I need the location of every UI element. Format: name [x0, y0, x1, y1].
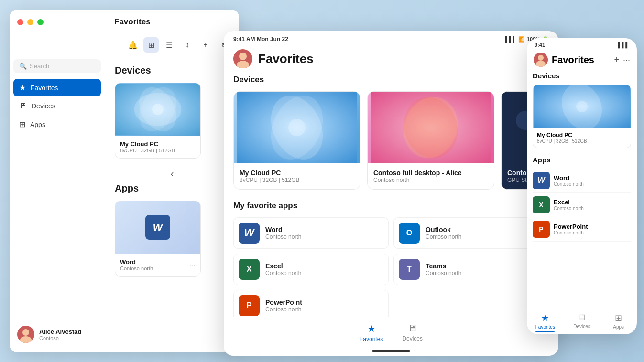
- phone-window: 9:41 ▌▌▌ Favorites + ··· Devices: [527, 38, 637, 334]
- tablet-app-ppt[interactable]: P PowerPoint Contoso north: [233, 290, 389, 317]
- more-options-icon[interactable]: ···: [190, 261, 196, 269]
- apps-nav-label: Apps: [30, 121, 45, 128]
- svg-point-8: [152, 104, 164, 115]
- phone-favorites-label: Favorites: [535, 324, 555, 330]
- word-app-sub: Contoso north: [265, 234, 301, 240]
- devices-grid: My Cloud PC 8vCPU | 32GB | 512GB: [115, 83, 229, 159]
- app-card-info: Word Contoso north ···: [115, 254, 200, 276]
- tablet-avatar: [233, 49, 252, 68]
- phone-page-title: Favorites: [552, 54, 594, 65]
- phone-header-left: Favorites: [534, 53, 594, 67]
- phone-excel-name: Excel: [554, 199, 584, 206]
- outlook-app-name: Outlook: [426, 226, 461, 234]
- phone-status-bar: 9:41 ▌▌▌: [527, 38, 637, 50]
- signal-icon: ▌▌▌: [505, 36, 516, 42]
- phone-time: 9:41: [535, 42, 545, 48]
- sidebar: 🔍 Search ★ Favorites 🖥 Devices ⊞ Apps: [10, 55, 105, 352]
- tablet-app-excel[interactable]: X Excel Contoso north: [233, 254, 389, 285]
- tablet-device-card-contoso[interactable]: Contoso full desktop - Alice Contoso nor…: [367, 91, 494, 190]
- phone-nav-devices[interactable]: 🖥 Devices: [564, 313, 600, 332]
- sidebar-item-favorites[interactable]: ★ Favorites: [13, 79, 101, 96]
- excel-icon: X: [239, 259, 260, 280]
- word-icon: W: [239, 223, 260, 244]
- tablet-page-title: Favorites: [258, 52, 314, 66]
- excel-app-name: Excel: [265, 262, 301, 270]
- window-title: Favorites: [114, 17, 151, 27]
- tablet-content: Devices: [224, 75, 558, 317]
- phone-ppt-sub: Contoso north: [554, 230, 588, 235]
- tablet-time: 9:41 AM Mon Jun 22: [233, 36, 288, 43]
- phone-apps-title: Apps: [533, 156, 631, 164]
- phone-excel-icon: X: [533, 196, 550, 213]
- search-icon: 🔍: [19, 63, 27, 70]
- phone-more-icon[interactable]: ···: [623, 55, 630, 65]
- tablet-apps-list: W Word Contoso north O Outlook Contoso n…: [233, 217, 549, 317]
- phone-device-specs: 8vCPU | 32GB | 512GB: [537, 138, 627, 144]
- tablet-header: Favorites: [224, 45, 558, 75]
- devices-nav-icon: 🖥: [19, 102, 27, 110]
- svg-point-22: [538, 55, 544, 61]
- phone-ppt-icon: P: [533, 221, 550, 238]
- desktop-window: Favorites 🔔 ⊞ ☰ ↕ + ↻ 🔍 Search ★ Favorit…: [10, 10, 239, 352]
- tablet-device-name-contoso: Contoso full desktop - Alice: [373, 169, 488, 177]
- avatar: [17, 326, 34, 343]
- phone-signal-icon: ▌▌▌: [618, 42, 629, 48]
- phone-devices-title: Devices: [533, 72, 631, 80]
- minimize-button[interactable]: [27, 19, 33, 25]
- phone-nav-apps[interactable]: ⊞ Apps: [600, 313, 637, 332]
- tablet-device-info-mypc: My Cloud PC 8vCPU | 32GB | 512GB: [234, 163, 360, 189]
- devices-bottom-icon: 🖥: [408, 323, 417, 334]
- devices-section-title: Devices: [115, 65, 229, 76]
- window-content: 🔍 Search ★ Favorites 🖥 Devices ⊞ Apps: [10, 55, 239, 352]
- list-view-icon[interactable]: ☰: [162, 37, 177, 53]
- outlook-icon: O: [399, 223, 420, 244]
- sort-icon[interactable]: ↕: [180, 37, 195, 53]
- phone-apps-label: Apps: [613, 324, 624, 330]
- phone-app-excel[interactable]: X Excel Contoso north: [533, 193, 631, 217]
- phone-ppt-name: PowerPoint: [554, 223, 588, 230]
- devices-nav-label: Devices: [32, 102, 55, 110]
- phone-app-word[interactable]: W Word Contoso north: [533, 169, 631, 193]
- tablet-devices-row: My Cloud PC 8vCPU | 32GB | 512GB: [233, 91, 549, 190]
- sidebar-item-devices[interactable]: 🖥 Devices: [13, 97, 101, 115]
- tablet-device-sub-contoso: Contoso north: [373, 177, 488, 183]
- app-name: Word: [120, 258, 153, 266]
- tablet-app-teams[interactable]: T Teams Contoso north: [393, 254, 549, 285]
- tablet-app-word[interactable]: W Word Contoso north: [233, 217, 389, 249]
- phone-device-info: My Cloud PC 8vCPU | 32GB | 512GB: [533, 128, 631, 148]
- maximize-button[interactable]: [37, 19, 44, 25]
- prev-arrow[interactable]: ‹: [115, 168, 229, 179]
- phone-nav-favorites[interactable]: ★ Favorites: [527, 313, 564, 332]
- close-button[interactable]: [17, 19, 23, 25]
- app-card-image: W: [115, 201, 200, 254]
- toolbar: 🔔 ⊞ ☰ ↕ + ↻: [10, 34, 239, 55]
- search-box[interactable]: 🔍 Search: [13, 59, 101, 73]
- add-icon[interactable]: +: [198, 37, 213, 53]
- favorites-bottom-label: Favorites: [360, 336, 383, 342]
- phone-device-card[interactable]: My Cloud PC 8vCPU | 32GB | 512GB: [533, 85, 631, 148]
- tablet-app-outlook[interactable]: O Outlook Contoso north: [393, 217, 549, 249]
- tablet-device-card-mypc[interactable]: My Cloud PC 8vCPU | 32GB | 512GB: [233, 91, 360, 190]
- phone-add-icon[interactable]: +: [614, 55, 619, 65]
- phone-apps-icon: ⊞: [615, 313, 622, 323]
- app-card-word[interactable]: W Word Contoso north ···: [115, 201, 201, 277]
- favorites-bottom-icon: ★: [367, 323, 376, 334]
- phone-content: Devices My Cloud PC 8vCPU | 3: [527, 72, 637, 309]
- svg-point-1: [22, 329, 29, 336]
- sidebar-item-apps[interactable]: ⊞ Apps: [13, 116, 101, 133]
- svg-point-10: [239, 53, 247, 60]
- bell-icon[interactable]: 🔔: [125, 37, 141, 53]
- device-card-image: [115, 83, 200, 136]
- phone-favorites-icon: ★: [541, 313, 549, 323]
- phone-app-ppt[interactable]: P PowerPoint Contoso north: [533, 217, 631, 242]
- device-card-mypc[interactable]: My Cloud PC 8vCPU | 32GB | 512GB: [115, 83, 201, 159]
- phone-bottom-nav: ★ Favorites 🖥 Devices ⊞ Apps: [527, 309, 637, 334]
- main-content: Devices: [105, 55, 239, 352]
- tablet-apps-section: My favorite apps W Word Contoso north O: [233, 201, 549, 317]
- phone-excel-sub: Contoso north: [554, 206, 584, 211]
- tablet-nav-devices[interactable]: 🖥 Devices: [402, 323, 423, 342]
- app-sub: Contoso north: [120, 266, 153, 271]
- tablet-nav-favorites[interactable]: ★ Favorites: [360, 323, 383, 342]
- grid-view-icon[interactable]: ⊞: [143, 37, 159, 53]
- user-name: Alice Alvestad: [39, 328, 81, 335]
